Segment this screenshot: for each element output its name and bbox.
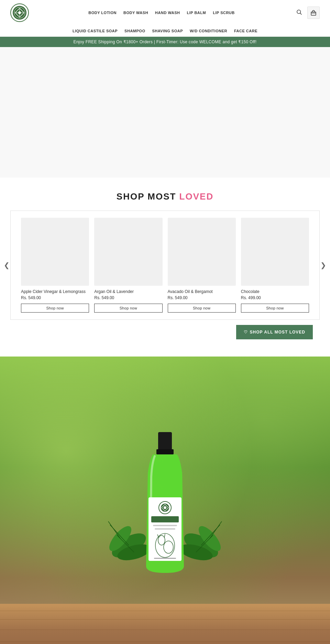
logo[interactable] [10,3,29,22]
shop-now-button-3[interactable]: Shop now [168,304,236,313]
bottom-product-section [0,357,330,644]
cart-icon [310,10,317,16]
nav-lip-balm[interactable]: LIP BALM [187,11,206,15]
svg-rect-22 [151,516,179,522]
wood-line-3 [0,630,330,630]
logo-inner [13,6,26,20]
nav-lip-scrub[interactable]: LIP SCRUB [213,11,235,15]
shop-now-button-1[interactable]: Shop now [21,304,89,313]
hero-area [0,47,330,178]
section-title-part1: SHOP MOST [117,191,179,202]
nav-body-lotion[interactable]: BODY LOTION [88,11,117,15]
shop-all-most-loved-button[interactable]: ♡ SHOP ALL MOST LOVED [236,325,313,339]
shop-most-loved-section: SHOP MOST LOVED ❮ Apple Cider Vinegar & … [0,178,330,357]
nav-top: BODY LOTION BODY WASH HAND WASH LIP BALM… [88,11,235,15]
product-card-2: Argan Oil & Lavender Rs. 549.00 Shop now [94,218,162,313]
svg-rect-24 [155,528,175,530]
section-title: SHOP MOST LOVED [7,191,323,202]
promo-banner: Enjoy FREE Shipping On ₹1800+ Orders | F… [0,37,330,47]
shop-now-button-4[interactable]: Shop now [241,304,309,313]
shop-all-label: SHOP ALL MOST LOVED [250,330,305,335]
site-header: BODY LOTION BODY WASH HAND WASH LIP BALM… [0,0,330,37]
top-nav: BODY LOTION BODY WASH HAND WASH LIP BALM… [0,0,330,25]
carousel-left-arrow[interactable]: ❮ [4,261,10,269]
svg-rect-16 [156,449,174,454]
product-card-4: Chocolate Rs. 499.00 Shop now [241,218,309,313]
nav-body-wash[interactable]: BODY WASH [123,11,148,15]
nav-icons [294,7,320,19]
svg-point-5 [297,10,301,14]
cart-button[interactable] [307,7,320,19]
svg-rect-7 [311,12,316,15]
nav-hand-wash[interactable]: HAND WASH [155,11,180,15]
svg-rect-23 [153,525,177,526]
products-grid: Apple Cider Vinegar & Lemongrass Rs. 549… [21,218,309,313]
product-price-4: Rs. 499.00 [241,295,309,300]
nav-face-care[interactable]: FACE CARE [234,29,257,33]
product-image-4 [241,218,309,286]
nav-bottom: LIQUID CASTILE SOAP SHAMPOO SHAVING SOAP… [0,25,330,36]
svg-line-6 [300,13,301,14]
svg-rect-15 [158,432,172,451]
products-carousel: ❮ Apple Cider Vinegar & Lemongrass Rs. 5… [10,211,320,320]
search-icon [296,9,302,15]
svg-rect-30 [154,558,176,559]
product-name-1: Apple Cider Vinegar & Lemongrass [21,289,89,294]
product-card-3: Avacado Oil & Bergamot Rs. 549.00 Shop n… [168,218,236,313]
shop-all-section: ♡ SHOP ALL MOST LOVED [7,320,323,350]
product-bottle [134,429,196,600]
product-name-4: Chocolate [241,289,309,294]
nav-liquid-castile[interactable]: LIQUID CASTILE SOAP [73,29,118,33]
product-price-3: Rs. 549.00 [168,295,236,300]
carousel-right-arrow[interactable]: ❯ [320,261,326,269]
svg-point-21 [164,506,166,509]
product-name-2: Argan Oil & Lavender [94,289,162,294]
logo-svg [14,7,25,19]
wood-line-2 [0,619,330,620]
search-button[interactable] [294,7,304,18]
ground-wood [0,604,330,644]
logo-circle [10,3,29,22]
bottle-svg [134,429,196,600]
product-image-1 [21,218,89,286]
nav-wd-conditioner[interactable]: W/D CONDITIONER [190,29,227,33]
product-price-1: Rs. 549.00 [21,295,89,300]
svg-line-13 [108,521,120,539]
product-price-2: Rs. 549.00 [94,295,162,300]
wood-line-1 [0,611,330,611]
nav-shampoo[interactable]: SHAMPOO [124,29,145,33]
product-image-2 [94,218,162,286]
wood-line-4 [0,642,330,642]
product-card-1: Apple Cider Vinegar & Lemongrass Rs. 549… [21,218,89,313]
nav-shaving-soap[interactable]: SHAVING SOAP [152,29,183,33]
svg-line-35 [210,521,222,539]
heart-icon: ♡ [244,330,248,335]
wood-grain [0,604,330,644]
section-title-loved: LOVED [179,191,214,202]
shop-now-button-2[interactable]: Shop now [94,304,162,313]
product-image-3 [168,218,236,286]
product-name-3: Avacado Oil & Bergamot [168,289,236,294]
promo-text: Enjoy FREE Shipping On ₹1800+ Orders | F… [74,39,257,44]
